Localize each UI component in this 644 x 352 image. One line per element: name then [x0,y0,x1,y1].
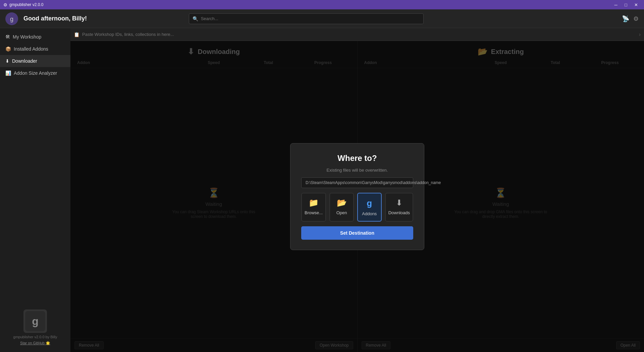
titlebar-left: ⚙ gmpublisher v2.0.0 [3,2,43,7]
titlebar: ⚙ gmpublisher v2.0.0 ─ □ ✕ [0,0,644,9]
paste-icon: 📋 [74,32,79,37]
workshop-bar: 📋 › [70,28,644,41]
header: g Good afternoon, Billy! 🔍 📡 ⚙ [0,9,644,28]
sidebar-item-installed-addons[interactable]: 📦 Installed Addons [0,43,70,55]
installed-icon: 📦 [5,46,11,52]
sidebar-nav: 🛠 My Workshop 📦 Installed Addons ⬇ Downl… [0,31,70,79]
github-link[interactable]: Star on GitHub 🌟 [20,341,50,345]
sidebar-item-addon-size-analyzer[interactable]: 📊 Addon Size Analyzer [0,67,70,79]
settings-icon[interactable]: ⚙ [633,15,639,22]
search-input[interactable] [201,16,420,21]
option-browse-label: Browse... [305,210,323,215]
header-icons: 📡 ⚙ [622,15,639,22]
option-addons[interactable]: g Addons [357,193,382,222]
sidebar-item-downloader[interactable]: ⬇ Downloader [0,55,70,67]
greeting: Good afternoon, Billy! [23,15,87,22]
option-addons-label: Addons [362,211,377,216]
option-open[interactable]: 📂 Open [329,193,354,222]
content: 📋 › ⬇ Downloading Addon Speed Total Prog… [70,28,644,352]
analyzer-icon: 📊 [5,70,11,76]
sidebar-bottom: g gmpublisher v2.0.0 by Billy Star on Gi… [0,305,70,349]
titlebar-controls: ─ □ ✕ [611,1,641,8]
svg-text:g: g [10,15,13,22]
minimize-button[interactable]: ─ [611,1,621,8]
option-browse[interactable]: 📁 Browse... [301,193,326,222]
search-icon: 🔍 [193,16,198,21]
svg-text:g: g [32,315,39,327]
avatar: g [5,12,18,25]
titlebar-title: gmpublisher v2.0.0 [9,2,43,7]
workshop-icon: 🛠 [5,34,10,40]
modal-subtitle: Existing files will be overwritten. [327,168,388,173]
set-destination-button[interactable]: Set Destination [301,226,413,240]
search-bar[interactable]: 🔍 [189,13,424,24]
modal-overlay: Where to? Existing files will be overwri… [70,41,644,352]
downloader-icon: ⬇ [5,58,9,64]
workshop-input[interactable] [82,32,636,37]
downloads-icon: ⬇ [396,198,402,208]
modal-title: Where to? [337,154,377,163]
rss-icon[interactable]: 📡 [622,15,629,22]
open-icon: 📂 [337,198,347,208]
maximize-button[interactable]: □ [621,1,631,8]
modal-dialog: Where to? Existing files will be overwri… [290,143,424,250]
modal-options: 📁 Browse... 📂 Open g Addons ⬇ [301,193,413,222]
close-button[interactable]: ✕ [631,1,641,8]
sidebar: 🛠 My Workshop 📦 Installed Addons ⬇ Downl… [0,28,70,352]
panels: ⬇ Downloading Addon Speed Total Progress… [70,41,644,352]
app-credit: gmpublisher v2.0.0 by Billy [13,335,57,339]
main: 🛠 My Workshop 📦 Installed Addons ⬇ Downl… [0,28,644,352]
option-downloads[interactable]: ⬇ Downloads [385,193,413,222]
option-downloads-label: Downloads [388,210,410,215]
browse-icon: 📁 [309,198,319,208]
app-icon: ⚙ [3,2,7,7]
option-open-label: Open [336,210,347,215]
addons-icon: g [367,198,372,209]
modal-path: D:\Steam\SteamApps\common\GarrysMod\garr… [301,177,413,188]
arrow-icon: › [639,32,641,38]
app-logo: g [23,309,47,333]
sidebar-item-my-workshop[interactable]: 🛠 My Workshop [0,31,70,43]
